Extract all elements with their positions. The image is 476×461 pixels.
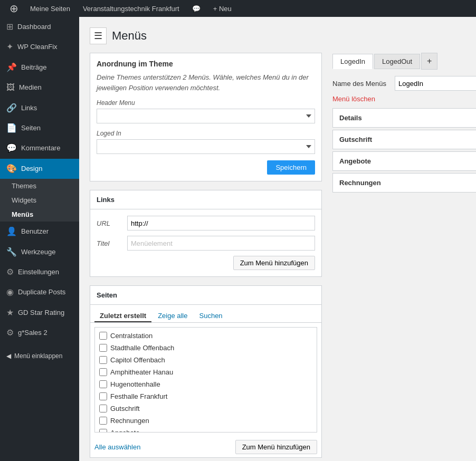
werkzeuge-icon: 🔧 [6,246,17,258]
menu-name-input[interactable] [395,76,476,91]
list-item[interactable]: Angebote [95,427,317,433]
loged-in-select[interactable] [97,139,315,154]
item-checkbox-angebote[interactable] [99,429,107,433]
sidebar-item-design[interactable]: 🎨 Design [0,159,79,179]
links-title: Links [90,190,321,209]
new-button[interactable]: + Neu [207,0,238,17]
main-content: ☰ Menüs Anordnung im Theme Deine Themes … [79,17,476,461]
sidebar-item-einstellungen[interactable]: ⚙ Einstellungen [0,262,79,282]
seiten-bottom: Alle auswählen Zum Menü hinzufügen [90,437,321,457]
item-checkbox-gutschrift[interactable] [99,405,107,412]
item-label-angebote: Angebote [110,429,140,433]
list-item[interactable]: Capitol Offenbach [95,354,317,366]
design-submenu: Themes Widgets Menüs [0,179,79,222]
list-item[interactable]: Hugenottenhalle [95,378,317,390]
sidebar-label-gd-star: GD Star Rating [18,308,64,318]
add-tab-button[interactable]: + [421,53,437,70]
main-layout: ⊞ Dashboard ✦ WP CleanFix 📌 Beiträge 🖼 M… [0,17,476,461]
sidebar-label-werkzeuge: Werkzeuge [21,247,56,257]
wp-logo-button[interactable]: ⊕ [4,0,24,17]
sidebar-item-seiten[interactable]: 📄 Seiten [0,118,79,138]
tab-zeige-alle[interactable]: Zeige alle [153,309,193,322]
wpcleanfix-icon: ✦ [6,41,13,53]
einstellungen-icon: ⚙ [6,266,14,278]
item-checkbox-rechnungen[interactable] [99,417,107,425]
save-button[interactable]: Speichern [267,160,315,175]
sidebar-item-wpcleanfix[interactable]: ✦ WP CleanFix [0,37,79,57]
menu-item-angebote[interactable]: Angebote Seite ▾ [332,151,476,171]
item-checkbox-centralstation[interactable] [99,332,107,340]
new-label: + Neu [213,5,232,13]
tab-loggedout[interactable]: LogedOut [374,54,420,69]
links-add-button[interactable]: Zum Menü hinzufügen [233,256,315,270]
list-item[interactable]: Festhalle Frankfurt [95,390,317,402]
url-label: URL [97,219,123,227]
list-item[interactable]: Gutschrift [95,402,317,415]
gsales2-icon: ⚙ [6,327,14,339]
item-label-festhalle: Festhalle Frankfurt [110,392,167,400]
sidebar-item-links[interactable]: 🔗 Links [0,98,79,118]
menu-delete-link[interactable]: Menü löschen [332,95,476,103]
left-column: Anordnung im Theme Deine Themes unterstü… [90,53,322,461]
sidebar-item-gsales2[interactable]: ⚙ g*Sales 2 [0,323,79,343]
collapse-menu-label: Menü einklappen [14,352,62,360]
item-checkbox-capitol[interactable] [99,356,107,364]
url-row: URL [97,216,315,230]
widgets-label: Widgets [12,196,36,204]
duplicate-posts-icon: ◉ [6,286,14,298]
sidebar-label-benutzer: Benutzer [21,227,49,236]
sidebar-item-beitraege[interactable]: 📌 Beiträge [0,57,79,78]
sidebar-item-themes[interactable]: Themes [0,179,79,193]
item-checkbox-stadthalle[interactable] [99,344,107,352]
tab-suchen[interactable]: Suchen [194,309,228,322]
sidebar-item-kommentare[interactable]: 💬 Kommentare [0,138,79,158]
collapse-arrow-icon: ◀ [6,352,11,360]
chat-button[interactable]: 💬 [186,0,207,17]
header-menu-select[interactable] [97,109,315,123]
item-checkbox-festhalle[interactable] [99,392,107,400]
menus-page-icon: ☰ [94,30,102,42]
menu-item-details[interactable]: Details Seite ▾ [332,108,476,128]
menu-item-gutschrift[interactable]: Gutschrift Seite ▾ [332,130,476,149]
menu-tabs: LogedIn LogedOut + [332,53,476,70]
company-button[interactable]: Veranstaltungstechnik Frankfurt [77,0,186,17]
dashboard-icon: ⊞ [6,21,13,33]
sidebar-item-medien[interactable]: 🖼 Medien [0,78,79,98]
sidebar-label-kommentare: Kommentare [21,143,60,153]
item-label-hugenottenhalle: Hugenottenhalle [110,380,160,388]
sidebar-item-dashboard[interactable]: ⊞ Dashboard [0,17,79,37]
url-input[interactable] [127,216,315,230]
sidebar-item-benutzer[interactable]: 👤 Benutzer [0,222,79,242]
list-item[interactable]: Stadthalle Offenbach [95,342,317,354]
links-icon: 🔗 [6,102,17,114]
seiten-add-button[interactable]: Zum Menü hinzufügen [235,440,317,454]
header-menu-label: Header Menu [97,99,315,107]
right-column: LogedIn LogedOut + Name des Menüs N Menü… [332,53,476,195]
seiten-list[interactable]: Centralstation Stadthalle Offenbach Capi… [94,327,317,433]
collapse-menu-button[interactable]: ◀ Menü einklappen [0,348,79,364]
item-checkbox-hugenottenhalle[interactable] [99,380,107,388]
sidebar-item-widgets[interactable]: Widgets [0,193,79,207]
item-checkbox-amphitheater[interactable] [99,368,107,376]
loged-in-label: Loged In [97,130,315,137]
item-label-centralstation: Centralstation [110,332,153,340]
sidebar-item-duplicate-posts[interactable]: ◉ Duplicate Posts [0,282,79,302]
list-item[interactable]: Centralstation [95,330,317,342]
save-row: Speichern [97,160,315,175]
menu-item-label-gutschrift: Gutschrift [339,136,372,143]
sidebar: ⊞ Dashboard ✦ WP CleanFix 📌 Beiträge 🖼 M… [0,17,79,461]
my-pages-button[interactable]: Meine Seiten [24,0,77,17]
item-label-rechnungen: Rechnungen [110,417,149,425]
titel-input[interactable] [127,236,315,251]
sidebar-item-werkzeuge[interactable]: 🔧 Werkzeuge [0,242,79,262]
menu-item-rechnungen[interactable]: Rechnungen Seite ▾ [332,173,476,193]
tab-zuletzt[interactable]: Zuletzt erstellt [94,309,151,322]
list-item[interactable]: Rechnungen [95,415,317,427]
design-icon: 🎨 [6,163,17,175]
sidebar-item-menus[interactable]: Menüs [0,207,79,222]
list-item[interactable]: Amphitheater Hanau [95,366,317,378]
menus-label: Menüs [12,210,33,218]
select-all-button[interactable]: Alle auswählen [94,443,140,451]
sidebar-item-gd-star-rating[interactable]: ★ GD Star Rating [0,303,79,323]
tab-loggedin[interactable]: LogedIn [332,54,373,69]
